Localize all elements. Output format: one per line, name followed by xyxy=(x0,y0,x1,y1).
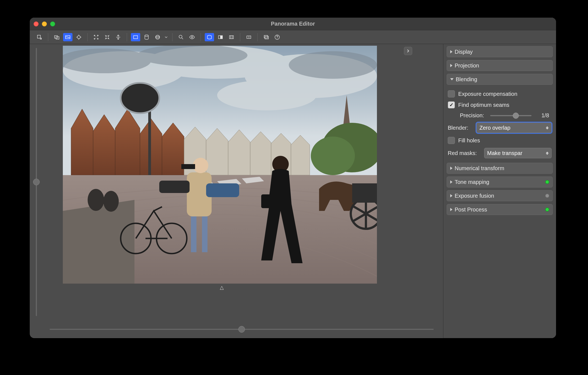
chevron-down-icon xyxy=(450,78,454,80)
pitch-slider[interactable] xyxy=(36,48,37,316)
svg-rect-51 xyxy=(206,183,239,197)
svg-rect-11 xyxy=(230,36,234,39)
thumbnail-3-icon[interactable]: 3 xyxy=(244,33,253,41)
fit-vert-icon[interactable] xyxy=(114,33,123,41)
red-masks-value: Make transpar xyxy=(487,150,522,156)
red-masks-select[interactable]: Make transpar xyxy=(484,148,552,158)
panel-post-process[interactable]: Post Process xyxy=(447,204,553,215)
svg-point-17 xyxy=(277,38,277,38)
panel-display[interactable]: Display xyxy=(447,46,553,57)
sidebar: Display Projection Blending Exposure com… xyxy=(443,44,556,338)
svg-rect-50 xyxy=(159,181,190,193)
blender-label: Blender: xyxy=(448,125,473,131)
svg-point-41 xyxy=(193,158,208,173)
svg-text:3: 3 xyxy=(248,36,250,38)
projection-sphere-icon[interactable] xyxy=(153,33,162,41)
window-controls xyxy=(34,18,55,30)
toolbar-sep xyxy=(201,33,201,41)
panel-tone-mapping[interactable]: Tone mapping xyxy=(447,176,553,187)
svg-rect-42 xyxy=(191,216,196,252)
halftone-icon[interactable] xyxy=(216,33,225,41)
titlebar: Panorama Editor xyxy=(30,18,556,30)
precision-slider[interactable] xyxy=(490,115,532,116)
window-stack-icon[interactable] xyxy=(261,33,271,41)
projection-rect-icon[interactable] xyxy=(131,33,140,41)
panel-label: Blending xyxy=(456,76,477,83)
blender-value: Zero overlap xyxy=(479,125,510,131)
projection-dropdown-icon[interactable] xyxy=(164,33,168,41)
yaw-center-marker: △ xyxy=(220,284,224,290)
sidebar-collapse-button[interactable] xyxy=(404,47,412,55)
layout-panorama-icon[interactable] xyxy=(63,33,72,41)
chevron-right-icon xyxy=(450,50,452,53)
search-zoom-icon[interactable] xyxy=(176,33,186,41)
chevron-right-icon xyxy=(450,194,452,197)
yaw-slider[interactable] xyxy=(50,329,434,330)
svg-point-9 xyxy=(191,36,193,38)
svg-rect-14 xyxy=(264,35,268,38)
svg-rect-47 xyxy=(261,194,280,208)
layout-overlap-icon[interactable] xyxy=(52,33,61,41)
panel-exposure-fusion[interactable]: Exposure fusion xyxy=(447,190,553,201)
eye-icon[interactable] xyxy=(187,33,197,41)
grid-icon[interactable] xyxy=(227,33,236,41)
svg-rect-39 xyxy=(352,183,377,203)
red-masks-label: Red masks: xyxy=(448,150,481,156)
panel-blending-body: Exposure compensation Find optimum seams… xyxy=(447,88,553,160)
svg-point-22 xyxy=(217,80,316,110)
svg-point-7 xyxy=(156,36,160,38)
fill-holes-checkbox[interactable] xyxy=(448,137,455,144)
window-close-button[interactable] xyxy=(34,21,39,26)
chevron-right-icon xyxy=(450,180,452,184)
svg-marker-35 xyxy=(63,200,134,284)
panel-label: Numerical transform xyxy=(455,165,504,172)
panel-projection[interactable]: Projection xyxy=(447,60,553,71)
toolbar-sep xyxy=(172,33,172,41)
svg-point-3 xyxy=(77,36,80,39)
crop-outline-icon[interactable] xyxy=(205,33,214,41)
panel-label: Exposure fusion xyxy=(455,193,494,199)
panel-label: Projection xyxy=(455,62,479,69)
svg-point-30 xyxy=(121,83,159,113)
panel-blending[interactable]: Blending xyxy=(447,74,553,85)
find-optimum-seams-label: Find optimum seams xyxy=(458,102,509,108)
precision-slider-thumb[interactable] xyxy=(513,113,519,119)
status-dot-icon xyxy=(545,180,549,184)
panel-label: Display xyxy=(455,49,473,55)
panorama-preview[interactable] xyxy=(63,46,377,284)
svg-rect-4 xyxy=(134,36,138,39)
contract-icon[interactable] xyxy=(103,33,112,41)
projection-cylinder-icon[interactable] xyxy=(142,33,151,41)
svg-rect-43 xyxy=(202,216,207,252)
chevron-right-icon xyxy=(450,208,452,211)
help-icon[interactable] xyxy=(273,33,282,41)
panorama-editor-window: Panorama Editor xyxy=(30,18,556,338)
svg-rect-15 xyxy=(265,36,268,39)
svg-point-48 xyxy=(88,189,104,211)
updown-caret-icon xyxy=(546,152,549,155)
svg-point-25 xyxy=(289,51,377,79)
exposure-compensation-checkbox[interactable] xyxy=(448,90,455,97)
updown-caret-icon xyxy=(546,126,549,129)
canvas-area: △ xyxy=(30,44,443,338)
blender-select[interactable]: Zero overlap xyxy=(476,123,552,133)
chevron-right-icon xyxy=(450,64,452,67)
expand-icon[interactable] xyxy=(91,33,101,41)
panel-numerical-transform[interactable]: Numerical transform xyxy=(447,163,553,174)
fill-holes-label: Fill holes xyxy=(458,137,480,144)
svg-rect-44 xyxy=(181,164,195,169)
editor-body: △ Display Projection xyxy=(30,44,556,338)
toolbar-sep xyxy=(257,33,258,41)
find-optimum-seams-checkbox[interactable] xyxy=(448,101,455,108)
target-icon[interactable] xyxy=(74,33,83,41)
panel-label: Tone mapping xyxy=(455,179,489,185)
exposure-compensation-label: Exposure compensation xyxy=(458,91,517,97)
precision-label: Precision: xyxy=(460,112,484,119)
selection-cursor-icon[interactable] xyxy=(35,33,44,41)
pitch-slider-thumb[interactable] xyxy=(33,179,40,185)
window-zoom-button[interactable] xyxy=(50,21,55,26)
status-dot-icon xyxy=(545,194,549,198)
svg-point-49 xyxy=(103,191,119,212)
window-minimize-button[interactable] xyxy=(42,21,47,26)
yaw-slider-thumb[interactable] xyxy=(238,326,245,333)
